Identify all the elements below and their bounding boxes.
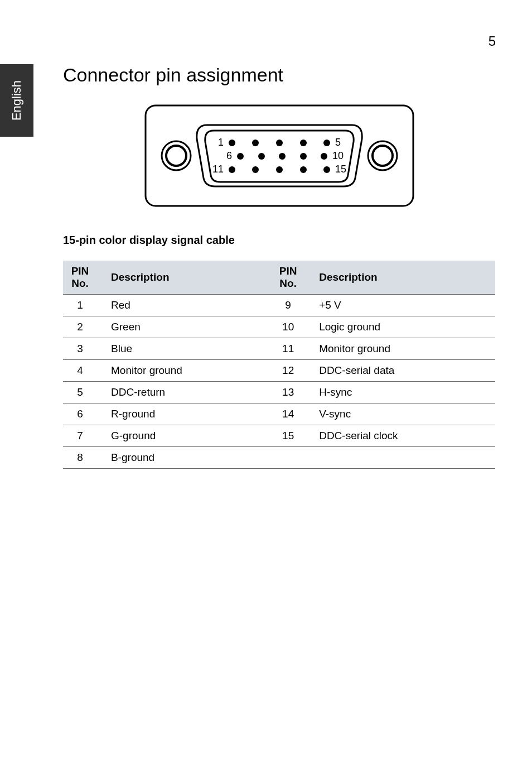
svg-point-6	[252, 140, 259, 146]
table-row: 3 Blue 11 Monitor ground	[63, 338, 495, 360]
col-header-pin2: PIN No.	[271, 261, 316, 295]
cell-pin: 1	[63, 295, 108, 316]
cell-desc: V-sync	[316, 403, 495, 425]
cell-desc: DDC-return	[108, 382, 271, 403]
svg-point-7	[276, 140, 283, 146]
cell-pin: 11	[271, 338, 316, 360]
cell-desc: H-sync	[316, 382, 495, 403]
cell-desc: R-ground	[108, 403, 271, 425]
svg-point-11	[258, 153, 265, 160]
pin-label-6: 6	[226, 150, 231, 161]
col-header-pin1: PIN No.	[63, 261, 108, 295]
cell-desc: G-ground	[108, 425, 271, 447]
cell-pin: 2	[63, 316, 108, 338]
cell-desc: Red	[108, 295, 271, 316]
cell-desc: DDC-serial clock	[316, 425, 495, 447]
svg-point-14	[321, 153, 327, 160]
svg-point-18	[300, 166, 307, 173]
col-header-desc1: Description	[108, 261, 271, 295]
pin-table: PIN No. Description PIN No. Description …	[63, 261, 495, 469]
svg-point-9	[323, 140, 330, 146]
cell-desc: Monitor ground	[108, 360, 271, 382]
page-title: Connector pin assignment	[63, 64, 495, 86]
svg-point-10	[237, 153, 244, 160]
pin-label-5: 5	[335, 137, 341, 148]
table-row: 2 Green 10 Logic ground	[63, 316, 495, 338]
cell-desc: Green	[108, 316, 271, 338]
svg-point-13	[300, 153, 307, 160]
pin-label-1: 1	[217, 137, 223, 148]
pin-label-10: 10	[332, 150, 344, 161]
svg-point-12	[279, 153, 286, 160]
cell-pin: 4	[63, 360, 108, 382]
cell-pin: 6	[63, 403, 108, 425]
cell-desc: +5 V	[316, 295, 495, 316]
diagram-caption: 15-pin color display signal cable	[63, 234, 495, 247]
svg-point-8	[300, 140, 307, 146]
svg-point-16	[252, 166, 259, 173]
cell-desc: Logic ground	[316, 316, 495, 338]
cell-desc	[316, 447, 495, 469]
table-row: 5 DDC-return 13 H-sync	[63, 382, 495, 403]
cell-pin: 15	[271, 425, 316, 447]
svg-point-15	[229, 166, 235, 173]
cell-pin: 10	[271, 316, 316, 338]
table-row: 8 B-ground	[63, 447, 495, 469]
svg-point-19	[323, 166, 330, 173]
table-row: 6 R-ground 14 V-sync	[63, 403, 495, 425]
cell-desc: B-ground	[108, 447, 271, 469]
col-header-desc2: Description	[316, 261, 495, 295]
table-row: 1 Red 9 +5 V	[63, 295, 495, 316]
cell-desc: DDC-serial data	[316, 360, 495, 382]
table-header-row: PIN No. Description PIN No. Description	[63, 261, 495, 295]
cell-pin: 12	[271, 360, 316, 382]
cell-pin: 9	[271, 295, 316, 316]
svg-point-4	[373, 146, 393, 166]
svg-point-17	[276, 166, 283, 173]
svg-point-2	[166, 146, 186, 166]
table-row: 7 G-ground 15 DDC-serial clock	[63, 425, 495, 447]
page-number: 5	[489, 33, 496, 49]
table-row: 4 Monitor ground 12 DDC-serial data	[63, 360, 495, 382]
cell-pin: 3	[63, 338, 108, 360]
cell-pin: 7	[63, 425, 108, 447]
cell-pin: 14	[271, 403, 316, 425]
language-tab: English	[0, 64, 33, 137]
connector-svg: 1 5 6 10 11 15	[140, 100, 419, 212]
connector-diagram: 1 5 6 10 11 15	[63, 100, 495, 212]
cell-pin	[271, 447, 316, 469]
cell-pin: 8	[63, 447, 108, 469]
cell-pin: 5	[63, 382, 108, 403]
pin-label-11: 11	[212, 164, 223, 175]
page-content: Connector pin assignment	[63, 64, 495, 469]
cell-desc: Blue	[108, 338, 271, 360]
cell-pin: 13	[271, 382, 316, 403]
svg-point-5	[229, 140, 235, 146]
cell-desc: Monitor ground	[316, 338, 495, 360]
pin-label-15: 15	[335, 164, 346, 175]
language-label: English	[9, 80, 24, 121]
